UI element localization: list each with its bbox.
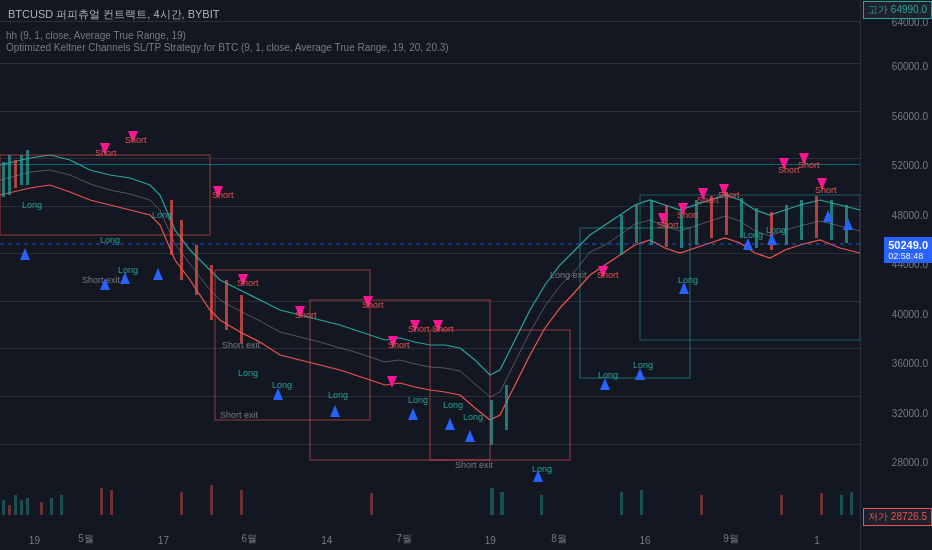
y-label-52k: 52000.0: [892, 160, 928, 171]
svg-rect-79: [110, 490, 113, 515]
svg-rect-2: [14, 160, 17, 188]
x-label-5: 14: [321, 535, 332, 546]
svg-rect-88: [640, 490, 643, 515]
trade-label-long-15: Long: [743, 230, 763, 240]
x-label-4: 6월: [242, 532, 258, 546]
chart-area: Long Short Short Long Short exit Long Lo…: [0, 0, 860, 528]
y-label-48k: 48000.0: [892, 209, 928, 220]
current-time: 02:58:48: [888, 251, 928, 261]
svg-rect-72: [14, 495, 17, 515]
x-label-11: 1: [814, 535, 820, 546]
svg-rect-76: [50, 498, 53, 515]
price-chart-svg: [0, 0, 860, 528]
svg-rect-32: [430, 330, 570, 460]
svg-rect-78: [100, 488, 103, 515]
svg-rect-13: [620, 215, 623, 255]
svg-rect-14: [635, 205, 638, 243]
low-label: 저가: [868, 511, 888, 522]
trade-label-long-13: Long: [633, 360, 653, 370]
trade-label-long-9: Long: [443, 400, 463, 410]
trade-label-exit-4: Short exit: [455, 460, 493, 470]
svg-rect-25: [800, 200, 803, 240]
y-label-36k: 36000.0: [892, 358, 928, 369]
svg-rect-93: [850, 492, 853, 515]
svg-rect-87: [620, 492, 623, 515]
x-label-1: 19: [29, 535, 40, 546]
low-badge: 저가 28726.5: [863, 508, 932, 526]
svg-marker-40: [330, 405, 340, 417]
trade-label-long-1: Long: [22, 200, 42, 210]
svg-marker-51: [843, 218, 853, 230]
x-label-6: 7월: [396, 532, 412, 546]
trade-label-short-9: Short: [432, 324, 454, 334]
svg-rect-22: [755, 208, 758, 248]
svg-rect-82: [240, 490, 243, 515]
svg-rect-6: [180, 220, 183, 280]
trade-label-long-6: Long: [272, 380, 292, 390]
svg-rect-71: [8, 505, 11, 515]
trade-label-long-4: Long: [152, 210, 172, 220]
trade-label-short-13: Short: [697, 195, 719, 205]
svg-rect-10: [240, 295, 243, 343]
current-price-badge: 50249.0 02:58:48: [884, 237, 932, 263]
trade-label-exit-2: Short exit: [222, 340, 260, 350]
svg-rect-77: [60, 495, 63, 515]
svg-rect-0: [2, 162, 5, 197]
svg-rect-8: [210, 265, 213, 320]
trade-label-short-8: Short: [408, 324, 430, 334]
svg-marker-43: [465, 430, 475, 442]
trade-label-long-14: Long: [678, 275, 698, 285]
svg-marker-41: [408, 408, 418, 420]
y-axis: 64000.0 60000.0 56000.0 52000.0 48000.0 …: [860, 0, 932, 550]
svg-rect-91: [820, 493, 823, 515]
trade-label-long-8: Long: [408, 395, 428, 405]
trade-label-short-3: Short: [212, 190, 234, 200]
svg-rect-3: [20, 155, 23, 185]
x-axis: 19 5월 17 6월 14 7월 19 8월 16 9월 1: [0, 528, 860, 550]
chart-title: BTCUSD 퍼피츄얼 컨트랙트, 4시간, BYBIT: [8, 7, 219, 22]
svg-rect-92: [840, 495, 843, 515]
trade-label-short-12: Short: [677, 210, 699, 220]
svg-rect-1: [8, 155, 11, 195]
svg-rect-89: [700, 495, 703, 515]
trade-label-short-17: Short: [815, 185, 837, 195]
x-label-10: 9월: [723, 532, 739, 546]
svg-marker-61: [387, 376, 397, 388]
svg-rect-73: [20, 500, 23, 515]
y-label-40k: 40000.0: [892, 308, 928, 319]
trade-label-short-2: Short: [125, 135, 147, 145]
chart-container: BTCUSD 퍼피츄얼 컨트랙트, 4시간, BYBIT hh (9, 1, c…: [0, 0, 932, 550]
trade-label-exit-1: Short exit: [82, 275, 120, 285]
trade-label-long-7: Long: [328, 390, 348, 400]
trade-label-short-7: Short: [388, 340, 410, 350]
trade-label-exit-5: Long exit: [550, 270, 587, 280]
svg-rect-12: [505, 385, 508, 430]
svg-rect-7: [195, 245, 198, 295]
x-label-7: 19: [485, 535, 496, 546]
trade-label-short-6: Short: [362, 300, 384, 310]
svg-rect-90: [780, 495, 783, 515]
trade-label-short-10: Short: [597, 270, 619, 280]
current-price-value: 50249.0: [888, 239, 928, 251]
trade-label-short-14: Short: [718, 190, 740, 200]
svg-rect-74: [26, 498, 29, 515]
svg-rect-84: [490, 488, 494, 515]
trade-label-exit-3: Short exit: [220, 410, 258, 420]
svg-rect-9: [225, 280, 228, 330]
trade-label-short-11: Short: [657, 220, 679, 230]
x-label-9: 16: [639, 535, 650, 546]
y-label-60k: 60000.0: [892, 61, 928, 72]
svg-rect-86: [540, 495, 543, 515]
trade-label-short-5: Short: [295, 310, 317, 320]
trade-label-long-2: Long: [100, 235, 120, 245]
trade-label-long-5: Long: [238, 368, 258, 378]
y-label-28k: 28000.0: [892, 457, 928, 468]
svg-rect-5: [170, 200, 173, 255]
top-bar: BTCUSD 퍼피츄얼 컨트랙트, 4시간, BYBIT: [0, 0, 932, 28]
svg-rect-81: [210, 485, 213, 515]
x-label-8: 8월: [551, 532, 567, 546]
trade-label-long-16: Long: [766, 225, 786, 235]
svg-marker-35: [20, 248, 30, 260]
x-label-2: 5월: [78, 532, 94, 546]
trade-label-long-3: Long: [118, 265, 138, 275]
